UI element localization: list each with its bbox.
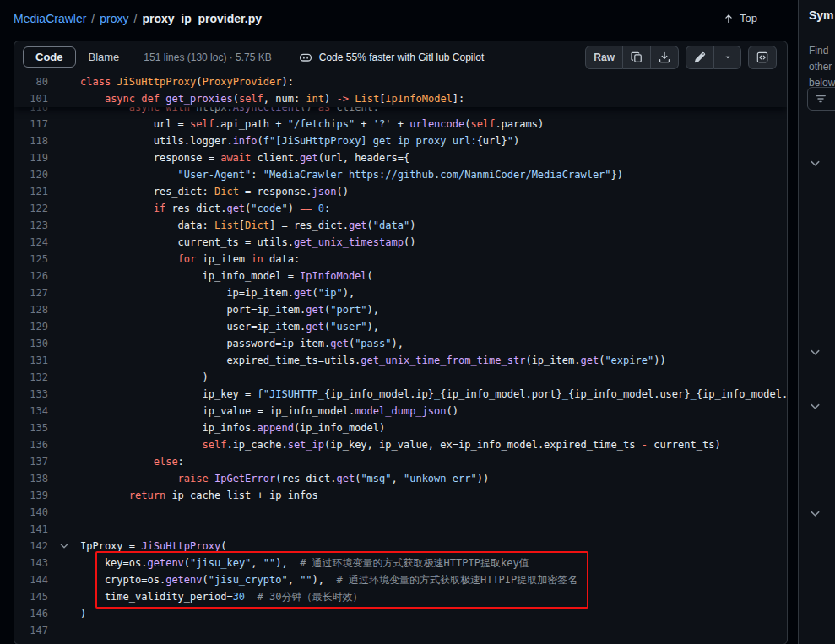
line-number[interactable]: 132 bbox=[14, 369, 48, 386]
line-number[interactable]: 136 bbox=[14, 436, 48, 453]
edit-group bbox=[686, 46, 741, 69]
line-number[interactable]: 118 bbox=[14, 133, 48, 149]
code-line: 145 time_validity_period=30 # 30分钟（最长时效） bbox=[14, 588, 787, 605]
line-number[interactable]: 101 bbox=[14, 90, 48, 107]
gutter-space bbox=[48, 352, 80, 369]
description-line: other bbox=[809, 59, 835, 75]
line-number[interactable]: 117 bbox=[14, 116, 48, 133]
line-number[interactable]: 122 bbox=[14, 200, 48, 217]
code-text: time_validity_period=30 # 30分钟（最长时效） bbox=[80, 588, 787, 605]
breadcrumb-filename: proxy_ip_provider.py bbox=[142, 12, 262, 25]
line-number[interactable]: 135 bbox=[14, 419, 48, 436]
code-text: ip_key = f"JISUHTTP_{ip_info_model.ip}_{… bbox=[80, 386, 787, 403]
gutter-space bbox=[48, 234, 80, 251]
line-number[interactable]: 124 bbox=[14, 234, 48, 251]
line-number[interactable]: 141 bbox=[14, 521, 48, 538]
line-number[interactable]: 120 bbox=[14, 166, 48, 183]
code-text: crypto=os.getenv("jisu_crypto", ""), # 通… bbox=[80, 571, 787, 588]
chevron-down-icon[interactable] bbox=[809, 400, 822, 414]
tab-blame[interactable]: Blame bbox=[76, 46, 133, 68]
gutter-space bbox=[48, 116, 80, 133]
collapse-chevron-icon[interactable] bbox=[48, 538, 80, 555]
copy-icon bbox=[631, 51, 643, 63]
raw-button[interactable]: Raw bbox=[585, 46, 623, 69]
code-line: 138 raise IpGetError(res_dict.get("msg",… bbox=[14, 470, 787, 487]
code-line: 128 port=ip_item.get("port"), bbox=[14, 301, 787, 318]
code-line: 132 ) bbox=[14, 369, 787, 386]
chevron-down-icon[interactable] bbox=[809, 346, 822, 360]
line-number[interactable]: 138 bbox=[14, 470, 48, 487]
line-number[interactable]: 133 bbox=[14, 386, 48, 403]
code-line: 118 utils.logger.info(f"[JiSuHttpProxy] … bbox=[14, 133, 787, 149]
code-line: 137 else: bbox=[14, 453, 787, 470]
gutter-space bbox=[48, 436, 80, 453]
line-number[interactable]: 131 bbox=[14, 352, 48, 369]
code-line: 127 ip=ip_item.get("ip"), bbox=[14, 284, 787, 301]
gutter-space bbox=[48, 301, 80, 318]
edit-button[interactable] bbox=[686, 46, 714, 69]
line-number[interactable]: 143 bbox=[14, 555, 48, 571]
line-number[interactable]: 125 bbox=[14, 251, 48, 268]
toolbar-actions: Raw bbox=[585, 46, 778, 69]
code-text bbox=[80, 504, 787, 521]
raw-copy-download-group: Raw bbox=[585, 46, 679, 69]
copilot-icon bbox=[299, 51, 312, 64]
line-number[interactable]: 147 bbox=[14, 622, 48, 639]
line-number[interactable]: 137 bbox=[14, 453, 48, 470]
code-text: if res_dict.get("code") == 0: bbox=[80, 200, 787, 217]
gutter-space bbox=[48, 217, 80, 234]
gutter-space bbox=[48, 200, 80, 217]
line-number[interactable]: 127 bbox=[14, 284, 48, 301]
line-number[interactable]: 142 bbox=[14, 538, 48, 555]
chevron-down-icon[interactable] bbox=[809, 157, 822, 170]
code-line: 123 data: List[Dict] = res_dict.get("dat… bbox=[14, 217, 787, 234]
line-number[interactable]: 123 bbox=[14, 217, 48, 234]
breadcrumb-separator: / bbox=[133, 12, 137, 25]
line-number[interactable]: 140 bbox=[14, 504, 48, 521]
code-text bbox=[80, 521, 787, 538]
code-text: IpProxy = JiSuHttpProxy( bbox=[80, 538, 787, 555]
scroll-to-top-button[interactable]: Top bbox=[716, 8, 764, 28]
line-number[interactable]: 139 bbox=[14, 487, 48, 504]
line-number[interactable]: 130 bbox=[14, 335, 48, 352]
gutter-space bbox=[48, 284, 80, 301]
symbols-filter-input[interactable] bbox=[807, 87, 835, 111]
download-button[interactable] bbox=[651, 46, 679, 69]
copy-button[interactable] bbox=[623, 46, 651, 69]
line-number[interactable]: 121 bbox=[14, 183, 48, 200]
line-number[interactable]: 119 bbox=[14, 149, 48, 166]
gutter-space bbox=[48, 73, 80, 90]
gutter-space bbox=[48, 318, 80, 335]
line-number[interactable]: 128 bbox=[14, 301, 48, 318]
code-text: expired_time_ts=utils.get_unix_time_from… bbox=[80, 352, 787, 369]
line-number[interactable]: 80 bbox=[14, 73, 48, 90]
code-line: 126 ip_info_model = IpInfoModel( bbox=[14, 268, 787, 284]
code-line: 147 bbox=[14, 622, 787, 639]
line-number[interactable]: 144 bbox=[14, 571, 48, 588]
symbols-toggle-button[interactable] bbox=[748, 46, 777, 69]
code-text: response = await client.get(url, headers… bbox=[80, 149, 787, 166]
breadcrumb-folder-link[interactable]: proxy bbox=[100, 12, 128, 25]
gutter-space bbox=[48, 419, 80, 436]
line-number[interactable]: 129 bbox=[14, 318, 48, 335]
code-blame-switch: Code Blame bbox=[23, 46, 132, 68]
code-text: ip=ip_item.get("ip"), bbox=[80, 284, 787, 301]
chevron-down-icon[interactable] bbox=[809, 507, 822, 521]
code-text: user=ip_item.get("user"), bbox=[80, 318, 787, 335]
file-toolbar: Code Blame 151 lines (130 loc) · 5.75 KB… bbox=[14, 41, 787, 73]
code-line: 143 key=os.getenv("jisu_key", ""), # 通过环… bbox=[14, 555, 787, 571]
copilot-banner[interactable]: Code 55% faster with GitHub Copilot bbox=[299, 51, 484, 64]
line-number[interactable]: 146 bbox=[14, 605, 48, 622]
line-number[interactable]: 126 bbox=[14, 268, 48, 284]
breadcrumb-repo-link[interactable]: MediaCrawler bbox=[14, 12, 86, 25]
line-number[interactable]: 134 bbox=[14, 403, 48, 419]
pencil-icon bbox=[694, 51, 706, 63]
gutter-space bbox=[48, 521, 80, 538]
code-line: 136 self.ip_cache.set_ip(ip_key, ip_valu… bbox=[14, 436, 787, 453]
code-line: 133 ip_key = f"JISUHTTP_{ip_info_model.i… bbox=[14, 386, 787, 403]
gutter-space bbox=[48, 622, 80, 639]
code-text: "User-Agent": "MediaCrawler https://gith… bbox=[80, 166, 787, 183]
line-number[interactable]: 145 bbox=[14, 588, 48, 605]
tab-code[interactable]: Code bbox=[23, 46, 76, 68]
edit-dropdown-button[interactable] bbox=[714, 46, 741, 69]
